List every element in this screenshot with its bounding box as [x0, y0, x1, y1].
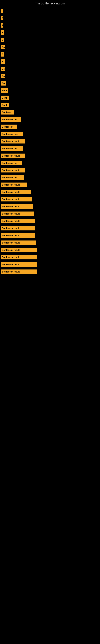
bar-item: Bottleneck result [1, 226, 35, 230]
bar-row: Bottleneck resu [1, 175, 99, 180]
bar-item: Bottl [1, 96, 9, 100]
bar-row: Bottleneck result [1, 138, 99, 144]
bar-item: Bottleneck result [1, 182, 27, 187]
bar-item: Bottl [1, 88, 8, 93]
bar-item: B [1, 52, 4, 56]
bar-item: Bottleneck result [1, 255, 37, 260]
bar-item: Bottleneck result [1, 262, 37, 267]
bar-row: Bottleneck result [1, 189, 99, 195]
bar-item: E [1, 23, 3, 28]
bar-item: Bottlenec [1, 110, 14, 114]
bar-row: B [1, 59, 99, 64]
bars-container: PEBEBoBBBoBoBotBottlBottlBottlBottlenecB… [0, 6, 100, 276]
bar-row: Bottleneck result [1, 247, 99, 253]
bar-item: B [1, 59, 4, 64]
bar-row: Bottleneck result [1, 168, 99, 173]
bar-row: Bottleneck result [1, 254, 99, 260]
bar-row: Bottleneck resu [1, 131, 99, 137]
bar-item: Bo [1, 45, 5, 49]
bar-row: Bottl [1, 88, 99, 94]
bar-item: Bottleneck res [1, 161, 22, 165]
bar-item: B [1, 30, 4, 35]
bar-row: Bottleneck result [1, 182, 99, 188]
bar-item: Bottleneck result [1, 248, 37, 252]
bar-item: Bottleneck result [1, 197, 32, 202]
bar-row: Bot [1, 80, 99, 86]
bar-row: E [1, 37, 99, 43]
bar-item: P [1, 16, 3, 20]
bar-row: Bottleneck resu [1, 146, 99, 151]
bar-row: Bottleneck result [1, 262, 99, 267]
bar-row: Bottleneck result [1, 153, 99, 158]
bar-row: Bottleneck res [1, 117, 99, 122]
bar-item: E [1, 38, 4, 42]
bar-row: E [1, 22, 99, 28]
bar-row: B [1, 52, 99, 57]
bar-item: Bottleneck resu [1, 175, 24, 180]
bar-row: Bottl [1, 102, 99, 108]
bar-item: Bottleneck res [1, 117, 21, 122]
bar-row [1, 8, 99, 14]
bar-row: Bottleneck result [1, 226, 99, 231]
bar-row: Bottleneck result [1, 196, 99, 202]
bar-item: Bottleneck result [1, 190, 31, 194]
bar-item: Bottleneck result [1, 204, 33, 209]
bar-item: Bottleneck resu [1, 146, 23, 151]
bar-item: Bottleneck result [1, 219, 35, 223]
bar-row: Bottleneck res [1, 160, 99, 166]
bar-item: Bot [1, 81, 6, 86]
bar-item [1, 9, 2, 13]
bar-row: Bottl [1, 95, 99, 100]
bar-row: B [1, 30, 99, 36]
bar-row: Bottleneck result [1, 211, 99, 216]
bar-row: Bottleneck result [1, 233, 99, 238]
bar-row: Bo [1, 44, 99, 50]
bar-row: Bottleneck result [1, 204, 99, 209]
bar-row: P [1, 15, 99, 21]
bar-item: Bo [1, 66, 5, 71]
bar-row: Bottleneck result [1, 269, 99, 274]
bar-item: Bottleneck resu [1, 132, 23, 136]
bar-row: Bottleneck result [1, 218, 99, 224]
bar-row: Bo [1, 73, 99, 79]
bar-item: Bottleneck result [1, 233, 35, 238]
bar-item: Bottleneck [1, 124, 17, 129]
bar-item: Bottl [1, 103, 9, 107]
bar-item: Bottleneck result [1, 168, 25, 172]
bar-row: Bottleneck result [1, 240, 99, 246]
bar-row: Bo [1, 66, 99, 72]
bar-item: Bottleneck result [1, 139, 25, 144]
bar-row: Bottlenec [1, 110, 99, 115]
bar-item: Bottleneck result [1, 212, 34, 216]
bar-item: Bo [1, 74, 5, 78]
bar-row: Bottleneck [1, 124, 99, 130]
site-title: TheBottlenecker.com [0, 0, 100, 6]
bar-item: Bottleneck result [1, 270, 37, 274]
bar-item: Bottleneck result [1, 240, 36, 245]
bar-item: Bottleneck result [1, 154, 25, 158]
